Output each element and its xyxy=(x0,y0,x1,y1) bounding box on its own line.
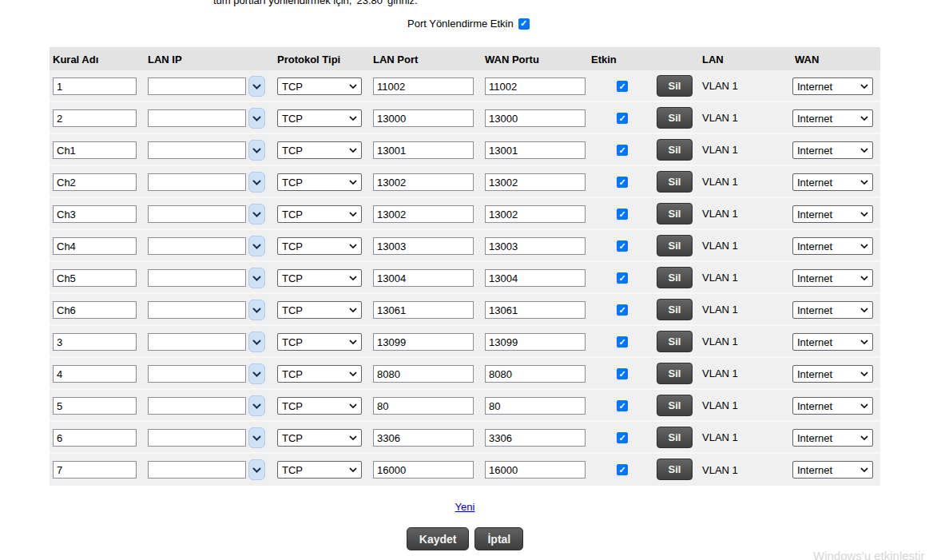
wan-port-input[interactable] xyxy=(485,365,586,383)
lan-ip-input[interactable] xyxy=(148,333,246,351)
rule-name-input[interactable] xyxy=(53,333,137,351)
lan-ip-dropdown-button[interactable] xyxy=(248,268,265,288)
lan-ip-dropdown-button[interactable] xyxy=(248,172,265,193)
delete-button[interactable]: Sil xyxy=(657,75,693,97)
wan-select[interactable]: Internet xyxy=(792,461,873,479)
lan-ip-input[interactable] xyxy=(148,365,246,383)
delete-button[interactable]: Sil xyxy=(657,171,693,193)
delete-button[interactable]: Sil xyxy=(657,363,693,384)
enabled-checkbox[interactable]: ✓ xyxy=(617,368,628,379)
rule-name-input[interactable] xyxy=(53,301,137,319)
wan-port-input[interactable] xyxy=(485,269,586,287)
lan-port-input[interactable] xyxy=(373,237,474,255)
delete-button[interactable]: Sil xyxy=(657,267,693,288)
delete-button[interactable]: Sil xyxy=(657,459,693,480)
enabled-checkbox[interactable]: ✓ xyxy=(617,177,628,188)
enabled-checkbox[interactable]: ✓ xyxy=(617,336,628,348)
lan-port-input[interactable] xyxy=(373,173,474,191)
enabled-checkbox[interactable]: ✓ xyxy=(617,145,628,156)
lan-ip-dropdown-button[interactable] xyxy=(248,427,265,448)
wan-select[interactable]: Internet xyxy=(792,301,873,319)
lan-ip-input[interactable] xyxy=(148,173,246,191)
rule-name-input[interactable] xyxy=(53,365,137,383)
lan-port-input[interactable] xyxy=(373,365,474,383)
enabled-checkbox[interactable]: ✓ xyxy=(617,113,628,124)
protocol-select[interactable]: TCP xyxy=(277,397,362,415)
wan-port-input[interactable] xyxy=(485,141,586,159)
wan-port-input[interactable] xyxy=(485,77,586,95)
lan-ip-dropdown-button[interactable] xyxy=(248,459,265,480)
lan-ip-dropdown-button[interactable] xyxy=(248,300,265,320)
wan-select[interactable]: Internet xyxy=(792,205,873,223)
lan-ip-dropdown-button[interactable] xyxy=(248,332,265,352)
delete-button[interactable]: Sil xyxy=(657,427,693,448)
protocol-select[interactable]: TCP xyxy=(277,269,362,287)
delete-button[interactable]: Sil xyxy=(657,107,693,129)
rule-name-input[interactable] xyxy=(53,237,137,255)
lan-ip-dropdown-button[interactable] xyxy=(248,204,265,224)
protocol-select[interactable]: TCP xyxy=(277,205,362,223)
rule-name-input[interactable] xyxy=(53,173,137,191)
wan-select[interactable]: Internet xyxy=(792,141,873,159)
wan-port-input[interactable] xyxy=(485,301,586,319)
enabled-checkbox[interactable]: ✓ xyxy=(617,464,628,475)
rule-name-input[interactable] xyxy=(53,77,137,95)
lan-ip-dropdown-button[interactable] xyxy=(248,363,265,384)
delete-button[interactable]: Sil xyxy=(657,235,693,256)
wan-port-input[interactable] xyxy=(485,397,586,415)
lan-ip-input[interactable] xyxy=(148,461,246,479)
wan-port-input[interactable] xyxy=(485,205,586,223)
lan-port-input[interactable] xyxy=(373,429,474,447)
delete-button[interactable]: Sil xyxy=(657,331,693,352)
delete-button[interactable]: Sil xyxy=(657,395,693,416)
lan-ip-dropdown-button[interactable] xyxy=(248,140,265,161)
rule-name-input[interactable] xyxy=(53,429,137,447)
lan-ip-input[interactable] xyxy=(148,77,246,95)
lan-ip-input[interactable] xyxy=(148,269,246,287)
lan-port-input[interactable] xyxy=(373,205,474,223)
lan-port-input[interactable] xyxy=(373,141,474,159)
delete-button[interactable]: Sil xyxy=(657,299,693,320)
lan-ip-dropdown-button[interactable] xyxy=(248,108,265,129)
lan-port-input[interactable] xyxy=(373,397,474,415)
lan-port-input[interactable] xyxy=(373,461,474,479)
wan-select[interactable]: Internet xyxy=(792,429,873,447)
protocol-select[interactable]: TCP xyxy=(277,333,362,351)
enabled-checkbox[interactable]: ✓ xyxy=(617,400,628,411)
lan-port-input[interactable] xyxy=(373,301,474,319)
lan-port-input[interactable] xyxy=(373,333,474,351)
lan-ip-input[interactable] xyxy=(148,141,246,159)
enabled-checkbox[interactable]: ✓ xyxy=(617,240,628,252)
lan-ip-input[interactable] xyxy=(148,397,246,415)
wan-port-input[interactable] xyxy=(485,461,586,479)
lan-port-input[interactable] xyxy=(373,109,474,127)
add-new-rule-link[interactable]: Yeni xyxy=(455,501,475,513)
lan-ip-dropdown-button[interactable] xyxy=(248,395,265,416)
protocol-select[interactable]: TCP xyxy=(277,429,362,447)
rule-name-input[interactable] xyxy=(53,109,137,127)
protocol-select[interactable]: TCP xyxy=(277,237,362,255)
rule-name-input[interactable] xyxy=(53,461,137,479)
wan-select[interactable]: Internet xyxy=(792,397,873,415)
wan-select[interactable]: Internet xyxy=(792,269,873,287)
lan-ip-input[interactable] xyxy=(148,429,246,447)
protocol-select[interactable]: TCP xyxy=(277,141,362,159)
protocol-select[interactable]: TCP xyxy=(277,109,362,127)
enabled-checkbox[interactable]: ✓ xyxy=(617,209,628,220)
protocol-select[interactable]: TCP xyxy=(277,365,362,383)
port-forwarding-enable-checkbox[interactable]: ✓ xyxy=(518,18,530,30)
lan-ip-input[interactable] xyxy=(148,109,246,127)
save-button[interactable]: Kaydet xyxy=(407,527,470,550)
enabled-checkbox[interactable]: ✓ xyxy=(617,81,628,92)
protocol-select[interactable]: TCP xyxy=(277,301,362,319)
lan-ip-input[interactable] xyxy=(148,301,246,319)
rule-name-input[interactable] xyxy=(53,205,137,223)
rule-name-input[interactable] xyxy=(53,269,137,287)
rule-name-input[interactable] xyxy=(53,397,137,415)
wan-select[interactable]: Internet xyxy=(792,77,873,95)
wan-port-input[interactable] xyxy=(485,429,586,447)
wan-select[interactable]: Internet xyxy=(792,237,873,255)
wan-port-input[interactable] xyxy=(485,333,586,351)
wan-select[interactable]: Internet xyxy=(792,109,873,127)
wan-port-input[interactable] xyxy=(485,173,586,191)
